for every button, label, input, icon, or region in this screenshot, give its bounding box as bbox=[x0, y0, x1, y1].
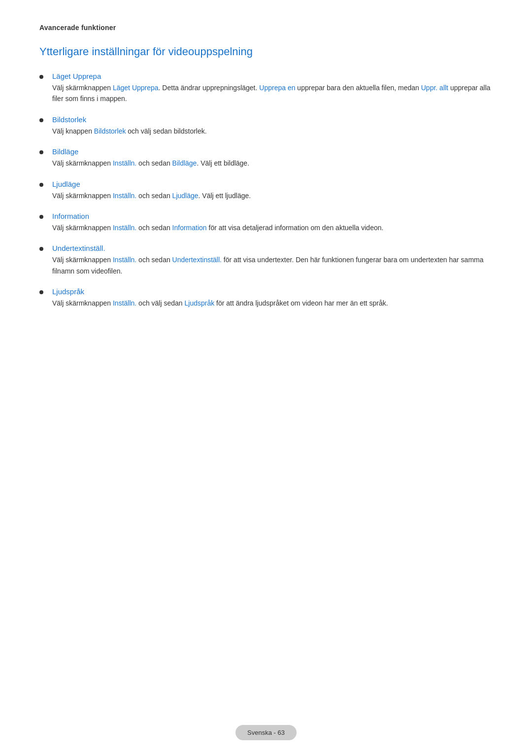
items-list: Läget UpprepaVälj skärmknappen Läget Upp… bbox=[39, 72, 493, 309]
item-description-bildlage: Välj skärmknappen Inställn. och sedan Bi… bbox=[52, 158, 493, 169]
inline-text: Välj skärmknappen bbox=[52, 224, 113, 232]
item-description-undertextinstall: Välj skärmknappen Inställn. och sedan Un… bbox=[52, 254, 493, 276]
bullet-icon bbox=[39, 290, 43, 294]
inline-link: Ljudläge bbox=[172, 192, 199, 200]
page-container: Avancerade funktioner Ytterligare instäl… bbox=[0, 0, 532, 359]
inline-link: Inställn. bbox=[113, 256, 136, 264]
inline-text: för att visa detaljerad information om d… bbox=[207, 224, 384, 232]
inline-text: Välj knappen bbox=[52, 127, 94, 135]
inline-link: Bildstorlek bbox=[94, 127, 126, 135]
list-item: InformationVälj skärmknappen Inställn. o… bbox=[39, 212, 493, 233]
inline-link: Information bbox=[172, 224, 207, 232]
inline-text: . Detta ändrar upprepningsläget. bbox=[159, 84, 260, 92]
page-footer: Svenska - 63 bbox=[235, 725, 297, 740]
item-description-ljudlage: Välj skärmknappen Inställn. och sedan Lj… bbox=[52, 190, 493, 201]
inline-link: Bildläge bbox=[172, 159, 197, 167]
item-heading-laget-upprepa: Läget Upprepa bbox=[52, 72, 493, 80]
bullet-icon bbox=[39, 118, 43, 122]
inline-text: . Välj ett ljudläge. bbox=[199, 192, 251, 200]
list-item: LjudspråkVälj skärmknappen Inställn. och… bbox=[39, 287, 493, 309]
item-content: InformationVälj skärmknappen Inställn. o… bbox=[52, 212, 493, 233]
list-item: Undertextinställ.Välj skärmknappen Instä… bbox=[39, 244, 493, 276]
main-heading: Ytterligare inställningar för videouppsp… bbox=[39, 45, 493, 58]
list-item: BildstorlekVälj knappen Bildstorlek och … bbox=[39, 115, 493, 137]
item-content: BildstorlekVälj knappen Bildstorlek och … bbox=[52, 115, 493, 137]
inline-link: Läget Upprepa bbox=[113, 84, 159, 92]
inline-text: . Välj ett bildläge. bbox=[197, 159, 249, 167]
inline-text: upprepar bara den aktuella filen, medan bbox=[295, 84, 421, 92]
item-content: Läget UpprepaVälj skärmknappen Läget Upp… bbox=[52, 72, 493, 104]
list-item: LjudlägeVälj skärmknappen Inställn. och … bbox=[39, 180, 493, 201]
inline-text: Välj skärmknappen bbox=[52, 192, 113, 200]
inline-text: Välj skärmknappen bbox=[52, 159, 113, 167]
inline-text: och sedan bbox=[136, 192, 172, 200]
inline-text: Välj skärmknappen bbox=[52, 299, 113, 307]
inline-text: och sedan bbox=[136, 159, 172, 167]
list-item: Läget UpprepaVälj skärmknappen Läget Upp… bbox=[39, 72, 493, 104]
inline-link: Uppr. allt bbox=[421, 84, 448, 92]
list-item: BildlägeVälj skärmknappen Inställn. och … bbox=[39, 147, 493, 169]
item-heading-information: Information bbox=[52, 212, 493, 220]
inline-text: och välj sedan bbox=[136, 299, 184, 307]
inline-text: och sedan bbox=[136, 256, 172, 264]
inline-link: Inställn. bbox=[113, 159, 136, 167]
bullet-icon bbox=[39, 247, 43, 251]
item-heading-bildlage: Bildläge bbox=[52, 147, 493, 156]
item-content: BildlägeVälj skärmknappen Inställn. och … bbox=[52, 147, 493, 169]
inline-link: Inställn. bbox=[113, 224, 136, 232]
item-description-bildstorlek: Välj knappen Bildstorlek och välj sedan … bbox=[52, 126, 493, 137]
inline-text: och välj sedan bildstorlek. bbox=[126, 127, 206, 135]
inline-link: Inställn. bbox=[113, 192, 136, 200]
inline-text: Välj skärmknappen bbox=[52, 84, 113, 92]
inline-link: Undertextinställ. bbox=[172, 256, 222, 264]
section-title: Avancerade funktioner bbox=[39, 24, 493, 32]
inline-link: Inställn. bbox=[113, 299, 136, 307]
item-heading-bildstorlek: Bildstorlek bbox=[52, 115, 493, 124]
bullet-icon bbox=[39, 183, 43, 187]
bullet-icon bbox=[39, 75, 43, 79]
bullet-icon bbox=[39, 215, 43, 219]
inline-link: Upprepa en bbox=[259, 84, 295, 92]
inline-link: Ljudspråk bbox=[185, 299, 215, 307]
item-heading-undertextinstall: Undertextinställ. bbox=[52, 244, 493, 252]
item-content: LjudlägeVälj skärmknappen Inställn. och … bbox=[52, 180, 493, 201]
item-heading-ljudsprak: Ljudspråk bbox=[52, 287, 493, 296]
inline-text: för att ändra ljudspråket om videon har … bbox=[214, 299, 388, 307]
inline-text: och sedan bbox=[136, 224, 172, 232]
item-description-ljudsprak: Välj skärmknappen Inställn. och välj sed… bbox=[52, 298, 493, 309]
inline-text: Välj skärmknappen bbox=[52, 256, 113, 264]
item-content: LjudspråkVälj skärmknappen Inställn. och… bbox=[52, 287, 493, 309]
item-content: Undertextinställ.Välj skärmknappen Instä… bbox=[52, 244, 493, 276]
item-description-information: Välj skärmknappen Inställn. och sedan In… bbox=[52, 222, 493, 233]
item-heading-ljudlage: Ljudläge bbox=[52, 180, 493, 188]
bullet-icon bbox=[39, 150, 43, 154]
item-description-laget-upprepa: Välj skärmknappen Läget Upprepa. Detta ä… bbox=[52, 82, 493, 104]
